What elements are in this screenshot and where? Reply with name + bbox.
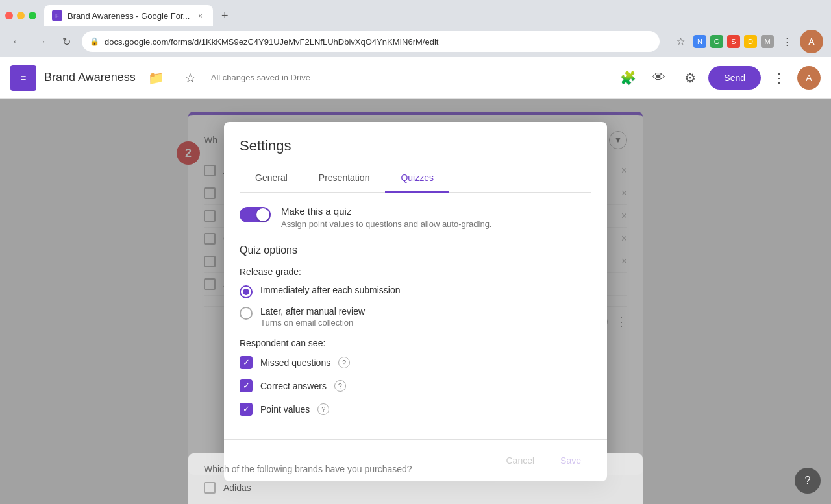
radio-later-button[interactable]	[240, 307, 253, 320]
browser-chrome: F Brand Awareness - Google For... × + ← …	[0, 0, 831, 57]
dialog-title: Settings	[240, 138, 591, 154]
svg-text:F: F	[55, 12, 59, 19]
correct-answers-label: Correct answers	[260, 381, 327, 391]
tab-presentation[interactable]: Presentation	[303, 165, 386, 193]
user-avatar[interactable]: A	[797, 66, 821, 90]
folder-icon[interactable]: 📁	[143, 65, 169, 91]
forward-button[interactable]: →	[32, 32, 51, 51]
correct-answers-checkbox[interactable]: ✓	[240, 379, 253, 392]
radio-later-label: Later, after manual review	[260, 306, 365, 317]
back-button[interactable]: ←	[8, 32, 26, 51]
settings-icon[interactable]: ⚙	[677, 65, 703, 91]
dialog-overlay: Settings General Presentation Quizzes Ma…	[0, 99, 831, 504]
toggle-label: Make this a quiz	[281, 206, 492, 217]
quiz-options-section-title: Quiz options	[240, 245, 591, 256]
dialog-tabs: General Presentation Quizzes	[240, 165, 591, 193]
tab-general[interactable]: General	[240, 165, 303, 193]
browser-profile-avatar[interactable]: A	[800, 30, 823, 53]
release-grade-label: Release grade:	[240, 267, 591, 277]
app-title: Brand Awareness	[44, 71, 136, 84]
point-values-help-icon[interactable]: ?	[317, 403, 329, 415]
settings-dialog: Settings General Presentation Quizzes Ma…	[224, 122, 607, 481]
send-button-label: Send	[724, 73, 745, 83]
url-text: docs.google.com/forms/d/1KkKMS9ezC4Y91UJ…	[105, 37, 438, 47]
bottom-option-text: Adidas	[223, 483, 251, 493]
more-extensions-icon[interactable]: ⋮	[778, 32, 796, 51]
main-content: 2 Wh ▼ Adidas × Nike × Puma × Conv... ×	[0, 99, 831, 504]
radio-selected-indicator	[243, 289, 249, 295]
ext-icon-4[interactable]: D	[744, 35, 757, 48]
tab-bar: F Brand Awareness - Google For... × +	[0, 0, 831, 26]
app-header: ≡ Brand Awareness 📁 ☆ All changes saved …	[0, 57, 831, 99]
traffic-lights	[5, 12, 36, 19]
app-logo: ≡	[10, 65, 36, 91]
dialog-body: Make this a quiz Assign point values to …	[224, 193, 607, 439]
checkmark-icon: ✓	[243, 357, 250, 367]
ext-icon-2[interactable]: G	[710, 35, 723, 48]
bottom-question-text: Which of the following brands have you p…	[204, 464, 627, 474]
dialog-header: Settings General Presentation Quizzes	[224, 122, 607, 193]
ssl-lock-icon: 🔒	[90, 37, 99, 46]
ext-icon-3[interactable]: S	[727, 35, 740, 48]
minimize-window-button[interactable]	[17, 12, 25, 19]
checkmark-icon: ✓	[243, 381, 250, 390]
tab-quizzes[interactable]: Quizzes	[385, 165, 449, 193]
toggle-label-group: Make this a quiz Assign point values to …	[281, 206, 492, 229]
autosave-status: All changes saved in Drive	[211, 73, 310, 82]
radio-later: Later, after manual review Turns on emai…	[240, 306, 591, 328]
close-window-button[interactable]	[5, 12, 13, 19]
respondent-can-see-label: Respondent can see:	[240, 338, 591, 348]
correct-answers-row: ✓ Correct answers ?	[240, 379, 591, 392]
tab-title: Brand Awareness - Google For...	[68, 11, 190, 21]
radio-immediately-label: Immediately after each submission	[260, 285, 401, 295]
header-actions: 🧩 👁 ⚙ Send ⋮ A	[615, 65, 821, 91]
radio-immediately-button[interactable]	[240, 285, 253, 298]
address-bar: ← → ↻ 🔒 docs.google.com/forms/d/1KkKMS9e…	[0, 26, 831, 57]
tab-favicon: F	[52, 10, 62, 21]
maximize-window-button[interactable]	[29, 12, 36, 19]
bottom-option-row: Adidas	[204, 482, 627, 494]
preview-icon[interactable]: 👁	[646, 65, 672, 91]
missed-questions-label: Missed questions	[260, 357, 330, 368]
browser-extension-area: ☆ N G S D M ⋮ A	[671, 30, 823, 53]
missed-questions-help-icon[interactable]: ?	[338, 357, 350, 368]
point-values-checkbox[interactable]: ✓	[240, 403, 253, 416]
point-values-label: Point values	[260, 404, 310, 414]
correct-answers-help-icon[interactable]: ?	[334, 380, 346, 392]
quiz-options-section: Quiz options Release grade: Immediately …	[240, 245, 591, 416]
url-bar[interactable]: 🔒 docs.google.com/forms/d/1KkKMS9ezC4Y91…	[82, 31, 660, 52]
checkmark-icon: ✓	[243, 404, 250, 414]
make-quiz-toggle-row: Make this a quiz Assign point values to …	[240, 206, 591, 232]
browser-tab-active[interactable]: F Brand Awareness - Google For... ×	[44, 5, 213, 26]
svg-text:≡: ≡	[21, 73, 26, 83]
radio-immediately: Immediately after each submission	[240, 285, 591, 298]
help-fab-button[interactable]: ?	[795, 468, 821, 494]
bottom-checkbox[interactable]	[204, 482, 216, 494]
addon-icon[interactable]: 🧩	[615, 65, 641, 91]
point-values-row: ✓ Point values ?	[240, 403, 591, 416]
send-button[interactable]: Send	[708, 66, 761, 90]
star-icon[interactable]: ☆	[177, 65, 203, 91]
toggle-knob	[256, 208, 269, 221]
make-quiz-toggle[interactable]	[240, 207, 271, 222]
radio-later-sublabel: Turns on email collection	[260, 318, 365, 328]
ext-icon-5[interactable]: M	[761, 35, 774, 48]
more-options-icon[interactable]: ⋮	[766, 65, 792, 91]
toggle-description: Assign point values to questions and all…	[281, 219, 492, 229]
bookmark-icon[interactable]: ☆	[671, 32, 689, 51]
new-tab-button[interactable]: +	[216, 6, 234, 25]
bottom-question-preview: Which of the following brands have you p…	[188, 453, 643, 504]
radio-immediately-labels: Immediately after each submission	[260, 285, 401, 295]
tab-close-button[interactable]: ×	[195, 10, 205, 21]
radio-later-labels: Later, after manual review Turns on emai…	[260, 306, 365, 328]
missed-questions-row: ✓ Missed questions ?	[240, 356, 591, 369]
ext-icon-1[interactable]: N	[693, 35, 706, 48]
missed-questions-checkbox[interactable]: ✓	[240, 356, 253, 369]
refresh-button[interactable]: ↻	[57, 32, 75, 51]
